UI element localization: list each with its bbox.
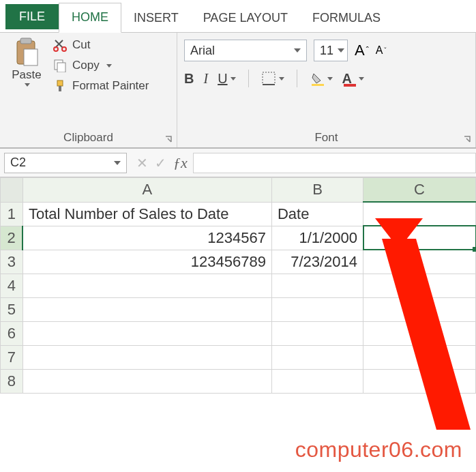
color-swatch-icon <box>342 77 355 80</box>
cell-A4[interactable] <box>23 274 271 297</box>
font-color-button[interactable]: A <box>342 70 364 87</box>
select-all-corner[interactable] <box>1 178 23 203</box>
cell-A5[interactable] <box>23 297 271 321</box>
row-header-5[interactable]: 5 <box>1 297 23 321</box>
row-header-1[interactable]: 1 <box>1 202 23 226</box>
clipboard-dialog-launcher-icon[interactable] <box>164 135 174 145</box>
font-name-value: Arial <box>190 44 215 58</box>
group-font: Arial 11 Aˆ Aˇ B I U <box>177 33 476 147</box>
fill-color-button[interactable] <box>310 71 333 86</box>
underline-label: U <box>218 71 227 87</box>
row-header-4[interactable]: 4 <box>1 274 23 297</box>
bold-button[interactable]: B <box>184 71 194 87</box>
paste-dropdown-icon <box>25 83 30 87</box>
svg-rect-1 <box>20 38 31 44</box>
cell-B1[interactable]: Date <box>271 202 363 226</box>
cell-B3[interactable]: 7/23/2014 <box>271 250 363 274</box>
enter-formula-button[interactable]: ✓ <box>155 155 166 171</box>
chevron-down-icon <box>294 48 301 53</box>
cut-button[interactable]: Cut <box>50 37 151 53</box>
cell-C1[interactable] <box>363 202 476 226</box>
svg-rect-8 <box>59 86 61 91</box>
font-name-dropdown[interactable]: Arial <box>184 40 307 61</box>
svg-rect-6 <box>57 63 65 72</box>
cell-A2[interactable]: 1234567 <box>23 226 271 250</box>
chevron-down-icon <box>327 77 333 80</box>
scissors-icon <box>53 38 67 52</box>
name-box[interactable]: C2 <box>4 153 127 173</box>
clipboard-group-label: Clipboard <box>7 130 170 145</box>
format-painter-button[interactable]: Format Painter <box>50 78 151 94</box>
row-header-6[interactable]: 6 <box>1 321 23 345</box>
tab-page-layout[interactable]: PAGE LAYOUT <box>191 4 300 32</box>
cell-C7[interactable] <box>363 345 476 369</box>
grow-font-label: A <box>355 42 365 59</box>
cell-B7[interactable] <box>271 345 363 369</box>
row-header-7[interactable]: 7 <box>1 345 23 369</box>
paste-button[interactable]: Paste <box>7 37 46 94</box>
svg-rect-2 <box>24 49 38 65</box>
formula-bar: C2 ✕ ✓ ƒx <box>0 149 476 177</box>
cell-A1[interactable]: Total Number of Sales to Date <box>23 202 271 226</box>
cancel-formula-button[interactable]: ✕ <box>136 155 148 171</box>
col-header-A[interactable]: A <box>23 178 271 203</box>
ribbon: Paste Cut Copy Format Painter Cli <box>0 33 476 149</box>
cell-A7[interactable] <box>23 345 271 369</box>
borders-icon <box>261 71 276 86</box>
chevron-down-icon <box>338 48 344 53</box>
cell-A3[interactable]: 123456789 <box>23 250 271 274</box>
paste-icon <box>13 37 40 67</box>
cell-C2[interactable] <box>363 226 476 250</box>
copy-icon <box>53 59 67 72</box>
copy-button[interactable]: Copy <box>50 57 151 74</box>
row-header-8[interactable]: 8 <box>1 369 23 393</box>
cell-C5[interactable] <box>363 297 476 321</box>
copy-dropdown-icon <box>106 64 112 68</box>
svg-rect-11 <box>312 84 324 86</box>
name-box-value: C2 <box>10 156 26 170</box>
cell-B4[interactable] <box>271 274 363 297</box>
cell-C8[interactable] <box>363 369 476 393</box>
cut-label: Cut <box>72 38 90 52</box>
row-header-2[interactable]: 2 <box>1 226 23 250</box>
grow-font-button[interactable]: Aˆ <box>355 42 369 59</box>
paste-label: Paste <box>12 68 41 82</box>
font-size-dropdown[interactable]: 11 <box>314 40 348 61</box>
separator <box>297 70 297 87</box>
cell-B6[interactable] <box>271 321 363 345</box>
svg-rect-7 <box>57 80 63 86</box>
fx-icon[interactable]: ƒx <box>173 154 188 172</box>
cell-B8[interactable] <box>271 369 363 393</box>
cell-A8[interactable] <box>23 369 271 393</box>
tab-insert[interactable]: INSERT <box>121 4 191 32</box>
shrink-font-label: A <box>376 44 383 57</box>
shrink-font-button[interactable]: Aˇ <box>376 44 387 57</box>
cell-B2[interactable]: 1/1/2000 <box>271 226 363 250</box>
underline-button[interactable]: U <box>218 71 235 87</box>
separator <box>248 70 249 87</box>
borders-button[interactable] <box>261 71 284 86</box>
svg-rect-9 <box>263 72 275 85</box>
chevron-down-icon <box>279 77 284 80</box>
caret-down-icon: ˇ <box>384 47 386 55</box>
italic-button[interactable]: I <box>203 71 208 87</box>
tab-home[interactable]: HOME <box>59 3 121 33</box>
formula-input[interactable] <box>193 153 476 173</box>
cell-A6[interactable] <box>23 321 271 345</box>
col-header-C[interactable]: C <box>363 178 476 203</box>
font-dialog-launcher-icon[interactable] <box>463 135 473 145</box>
copy-label: Copy <box>72 59 100 72</box>
cell-B5[interactable] <box>271 297 363 321</box>
paintbrush-icon <box>53 79 67 93</box>
chevron-down-icon <box>114 161 121 165</box>
cell-C3[interactable] <box>363 250 476 274</box>
cell-C6[interactable] <box>363 321 476 345</box>
svg-point-4 <box>62 47 66 51</box>
tab-formulas[interactable]: FORMULAS <box>300 4 393 32</box>
format-painter-label: Format Painter <box>72 79 149 93</box>
font-size-value: 11 <box>320 44 333 58</box>
tab-file[interactable]: FILE <box>5 4 59 29</box>
row-header-3[interactable]: 3 <box>1 250 23 274</box>
cell-C4[interactable] <box>363 274 476 297</box>
col-header-B[interactable]: B <box>271 178 363 203</box>
